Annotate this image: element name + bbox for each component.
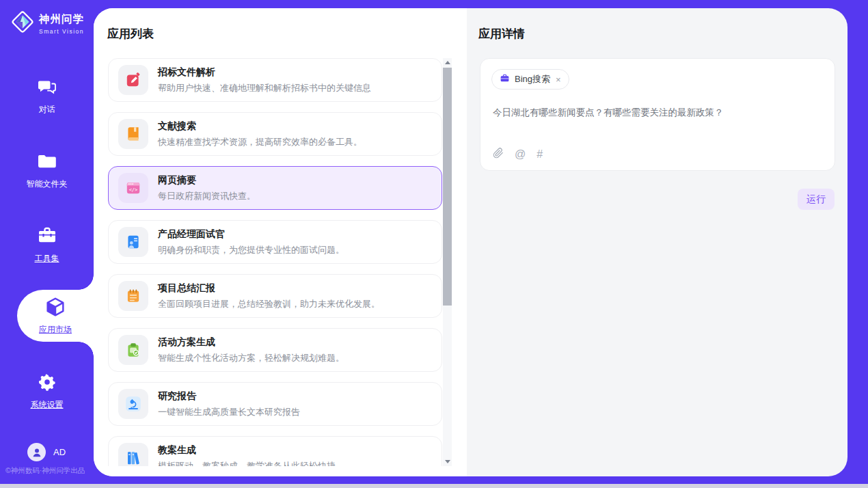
paperclip-icon[interactable]: [493, 148, 504, 161]
sidebar-item-smart-folder[interactable]: 智能文件夹: [0, 151, 94, 190]
folder-icon: [37, 162, 57, 174]
microscope-icon: [118, 389, 148, 419]
close-icon[interactable]: ×: [556, 74, 561, 85]
note-icon: [118, 281, 148, 311]
mention-icon[interactable]: @: [515, 148, 526, 161]
scroll-up-arrow-icon[interactable]: [443, 58, 452, 67]
scroll-down-arrow-icon[interactable]: [443, 457, 452, 466]
tool-chip-label: Bing搜索: [515, 73, 550, 85]
book-icon: [118, 119, 148, 149]
app-detail-title: 应用详情: [478, 26, 847, 42]
brand-name: 神州问学: [39, 12, 84, 27]
app-list-item[interactable]: 教案生成 模板驱动，教案秒成，教学准备从此轻松快捷: [108, 436, 442, 466]
app-list: 招标文件解析 帮助用户快速、准确地理解和解析招标书中的关键信息 文献搜索 快速精…: [108, 58, 442, 466]
user-name: AD: [53, 447, 66, 457]
chat-icon: [37, 87, 57, 99]
app-list-item[interactable]: 项目总结汇报 全面回顾项目进展，总结经验教训，助力未来优化发展。: [108, 274, 442, 318]
books-icon: [118, 443, 148, 466]
toolbox-icon: [37, 236, 57, 248]
sidebar: 神州问学 Smart Vision 对话 智能文件夹 工具集: [0, 0, 94, 484]
avatar: [27, 443, 46, 461]
content-area: 应用列表 招标文件解析 帮助用户快速、准确地理解和解析招标书中的关键信息 文献搜…: [94, 8, 847, 476]
tool-chip-bing-search[interactable]: Bing搜索 ×: [491, 69, 569, 90]
cube-icon: [44, 296, 67, 322]
browser-icon: </>: [118, 173, 148, 203]
sidebar-item-label: 工具集: [0, 253, 94, 265]
sidebar-item-label: 对话: [0, 104, 94, 116]
sidebar-item-settings[interactable]: 系统设置: [0, 372, 94, 411]
user-account[interactable]: AD: [0, 443, 94, 461]
hash-icon[interactable]: #: [537, 148, 543, 161]
app-list-item[interactable]: </> 网页摘要 每日政府新闻资讯快查。: [108, 166, 442, 210]
app-list-item[interactable]: 文献搜索 快速精准查找学术资源，提高研究效率的必备工具。: [108, 112, 442, 156]
interview-icon: [118, 227, 148, 257]
run-button[interactable]: 运行: [798, 189, 835, 210]
app-list-panel: 应用列表 招标文件解析 帮助用户快速、准确地理解和解析招标书中的关键信息 文献搜…: [94, 8, 467, 476]
briefcase-icon: [500, 73, 510, 86]
clipboard-icon: [118, 335, 148, 365]
window-bottom-edge: [0, 484, 868, 488]
brand-logo: 神州问学 Smart Vision: [10, 9, 84, 38]
copyright-text: ©神州数码·神州问学出品: [5, 466, 85, 476]
app-list-title: 应用列表: [107, 26, 154, 42]
sidebar-item-chat[interactable]: 对话: [0, 77, 94, 116]
svg-text:</>: </>: [129, 187, 138, 193]
gem-logo-icon: [10, 9, 36, 38]
app-list-scrollbar[interactable]: [443, 58, 452, 466]
sidebar-item-label: 系统设置: [0, 399, 94, 411]
brand-subtitle: Smart Vision: [39, 28, 84, 35]
query-text[interactable]: 今日湖北有哪些新闻要点？有哪些需要关注的最新政策？: [493, 107, 822, 119]
pen-icon: [118, 65, 148, 95]
app-detail-panel: 应用详情 Bing搜索 × 今日湖北有哪些新闻要点？有哪些需要关注的最新政策？ …: [467, 8, 847, 476]
sidebar-item-label: 智能文件夹: [0, 178, 94, 190]
sidebar-item-toolset[interactable]: 工具集: [0, 226, 94, 265]
query-composer[interactable]: Bing搜索 × 今日湖北有哪些新闻要点？有哪些需要关注的最新政策？ @ #: [480, 58, 835, 171]
scrollbar-thumb[interactable]: [443, 68, 452, 306]
app-list-item[interactable]: 研究报告 一键智能生成高质量长文本研究报告: [108, 382, 442, 426]
app-list-item[interactable]: 活动方案生成 智能生成个性化活动方案，轻松解决规划难题。: [108, 328, 442, 372]
sidebar-item-app-market[interactable]: 应用市场: [17, 290, 94, 342]
app-list-item[interactable]: 招标文件解析 帮助用户快速、准确地理解和解析招标书中的关键信息: [108, 58, 442, 102]
gear-icon: [37, 383, 57, 394]
sidebar-item-label: 应用市场: [39, 324, 72, 336]
app-window: 神州问学 Smart Vision 对话 智能文件夹 工具集: [0, 0, 868, 488]
app-list-item[interactable]: 产品经理面试官 明确身份和职责，为您提供专业性的面试问题。: [108, 220, 442, 264]
